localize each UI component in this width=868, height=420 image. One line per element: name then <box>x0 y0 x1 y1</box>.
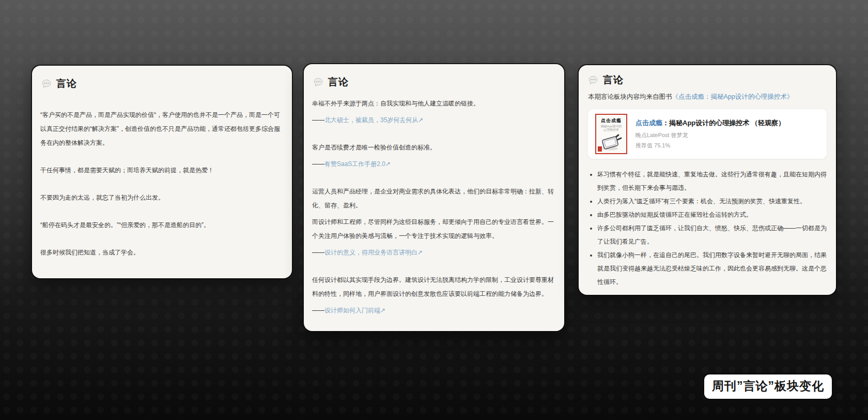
quote-text: 客户是否续费才是唯一检验价值创造的标准。 <box>312 141 556 155</box>
list-item: 坏习惯有个特征，就是能快速、重复地去做。这些行为通常很有趣，且能在短期内得到奖赏… <box>597 168 828 194</box>
intro-line: 本期言论板块内容均来自图书《点击成瘾：揭秘App设计的心理操控术》 <box>588 91 828 103</box>
quote-text: 任何设计都以其实现手段为边界。建筑设计无法脱离结构力学的限制，工业设计要尊重材料… <box>312 273 556 301</box>
source-link[interactable]: 设计的意义，得用业务语言讲明白↗ <box>324 249 423 256</box>
quote-text: 运营人员和产品经理，是企业对商业需求的具体化表达，他们的目标非常明确：拉新、转化… <box>312 185 556 213</box>
external-arrow-icon: ↗ <box>418 116 423 124</box>
quote-text: 幸福不外乎来源于两点：自我实现和与他人建立温暖的链接。 <box>312 97 556 111</box>
card2-title: 言论 <box>328 76 349 89</box>
card1-header: 言论 <box>41 77 284 91</box>
external-arrow-icon: ↗ <box>385 160 391 168</box>
intro-text: 本期言论板块内容均来自图书 <box>588 93 672 100</box>
book-title: 点击成瘾：揭秘App设计的心理操控术 （轻观察） <box>636 118 785 128</box>
list-item: 人类行为落入“匮乏循环”有三个要素：机会、无法预测的奖赏、快速重复性。 <box>597 194 828 208</box>
book-cover: 点击成瘾 揭秘App设计的 心理操控术 <box>595 114 627 154</box>
book-score: 推荐值 75.1% <box>636 142 785 149</box>
quote-text: “客户买的不是产品，而是产品实现的价值“，客户使用的也并不是一个产品，而是一个可… <box>40 108 284 150</box>
list-item: 我们就像小狗一样，在追自己的尾巴。我们用数字设备来暂时避开无聊的局面，结果就是我… <box>597 248 828 289</box>
quotes-card-3: 言论 本期言论板块内容均来自图书《点击成瘾：揭秘App设计的心理操控术》 点击成… <box>579 65 836 295</box>
quotes-card-1: 言论 “客户买的不是产品，而是产品实现的价值“，客户使用的也并不是一个产品，而是… <box>32 66 292 278</box>
speech-bubble-icon <box>313 77 323 87</box>
book-title-link[interactable]: 《点击成瘾：揭秘App设计的心理操控术》 <box>672 93 794 100</box>
source-dash: —— <box>312 160 324 168</box>
source-link[interactable]: 设计师如何入门前端↗ <box>324 307 385 314</box>
book-title-rest: ：揭秘App设计的心理操控术 （轻观察） <box>662 119 785 127</box>
book-card[interactable]: 点击成瘾 揭秘App设计的 心理操控术 点击成瘾：揭秘App设计的心理操控术 （… <box>588 109 827 159</box>
list-item: 由多巴胺驱动的短期反馈循环正在摧毁社会运转的方式。 <box>597 208 828 221</box>
score-value: 75.1% <box>654 142 670 148</box>
list-item: 许多公司都利用了匮乏循环，让我们自大、愤怒、快乐、悲伤或正确——一切都是为了让我… <box>597 221 828 248</box>
external-arrow-icon: ↗ <box>417 249 423 256</box>
book-info: 点击成瘾：揭秘App设计的心理操控术 （轻观察） 晚点LatePost 曾梦龙 … <box>636 118 785 149</box>
card3-title: 言论 <box>603 73 624 87</box>
book-title-highlight-link[interactable]: 点击成瘾 <box>636 119 662 127</box>
source-dash: —— <box>312 307 324 314</box>
quote-source-line: ——设计师如何入门前端↗ <box>312 304 556 318</box>
quote-text: 不要因为走的太远，就忘了当初为什么出发。 <box>40 191 284 205</box>
quote-text: 很多时候我们把知道，当成了学会。 <box>40 246 284 260</box>
speech-bubble-icon <box>588 75 598 85</box>
source-link[interactable]: 有赞SaaS工作手册2.0↗ <box>324 160 391 168</box>
source-dash: —— <box>312 249 324 256</box>
book-cover-subtitle: 揭秘App设计的 心理操控术 <box>601 125 622 132</box>
quote-source-line: ——设计的意义，得用业务语言讲明白↗ <box>312 246 556 260</box>
publisher-logo <box>598 146 602 152</box>
quote-source-line: ——北大硕士，被裁员，35岁何去何从↗ <box>312 113 556 127</box>
source-dash: —— <box>312 116 324 124</box>
book-cover-title: 点击成瘾 <box>601 117 622 124</box>
card1-title: 言论 <box>56 77 77 91</box>
book-notes-list: 坏习惯有个特征，就是能快速、重复地去做。这些行为通常很有趣，且能在短期内得到奖赏… <box>597 168 828 289</box>
speech-bubble-icon <box>41 79 52 89</box>
quotes-card-2: 言论 幸福不外乎来源于两点：自我实现和与他人建立温暖的链接。 ——北大硕士，被裁… <box>304 64 564 331</box>
quote-source-line: ——有赞SaaS工作手册2.0↗ <box>312 157 556 171</box>
canvas: 言论 “客户买的不是产品，而是产品实现的价值“，客户使用的也并不是一个产品，而是… <box>0 0 868 420</box>
quote-text: 而设计师和工程师，尽管同样为这些目标服务，却更倾向于用自己的专业语言看世界。一个… <box>312 215 556 243</box>
quote-text: “船停在码头才是最安全的。”“但亲爱的，那不是造船的目的”。 <box>40 218 284 232</box>
external-arrow-icon: ↗ <box>380 307 385 314</box>
caption-label: 周刊”言论”板块变化 <box>704 374 832 399</box>
source-link[interactable]: 北大硕士，被裁员，35岁何去何从↗ <box>324 116 423 124</box>
card3-header: 言论 <box>588 73 828 87</box>
card2-header: 言论 <box>313 76 556 89</box>
quote-text: 干任何事情，都是需要天赋的；而培养天赋的前提，就是热爱！ <box>40 163 284 177</box>
book-cover-illustration <box>599 133 623 152</box>
book-author: 晚点LatePost 曾梦龙 <box>636 131 785 139</box>
